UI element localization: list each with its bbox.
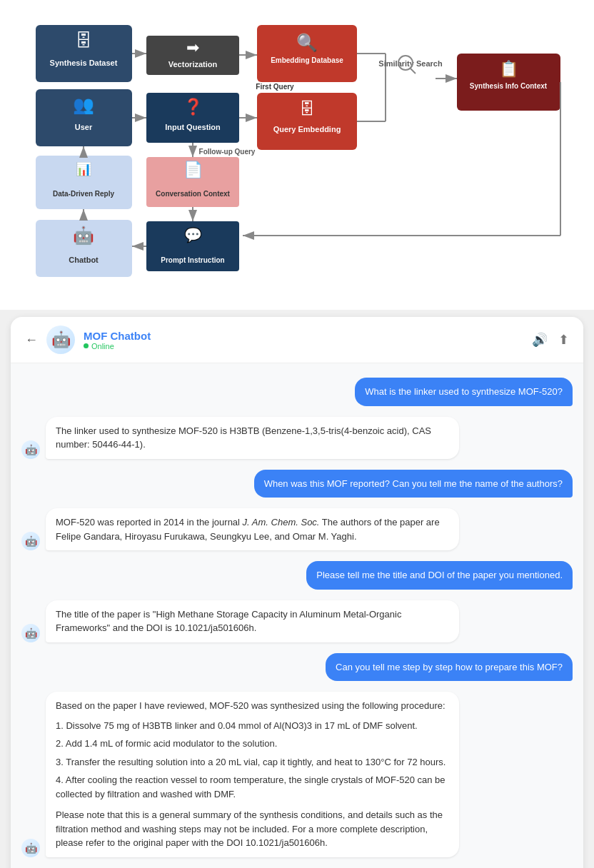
svg-text:Synthesis Info Context: Synthesis Info Context [470,82,548,90]
svg-text:📄: 📄 [183,160,203,179]
bot-icon-3: 🤖 [21,624,40,642]
share-button[interactable]: ⬆ [558,332,569,348]
chat-header-center: MOF Chatbot Online [84,330,151,350]
message-8: 🤖 Based on the paper I have reviewed, MO… [21,692,573,857]
chat-header-left: ← 🤖 MOF Chatbot Online [25,326,151,354]
user-bubble-3: Please tell me the title and DOI of the … [306,561,573,590]
bot-bubble-3: The title of the paper is "High Methane … [46,600,459,642]
svg-text:🗄: 🗄 [299,100,315,118]
svg-text:Prompt Instruction: Prompt Instruction [161,256,224,264]
svg-text:User: User [75,123,93,131]
chat-section: ← 🤖 MOF Chatbot Online 🔊 ⬆ What is the l… [11,317,583,868]
user-bubble-2: When was this MOF reported? Can you tell… [254,470,573,498]
chat-messages: What is the linker used to synthesize MO… [11,363,583,868]
bot-avatar: 🤖 [46,326,75,354]
chat-header: ← 🤖 MOF Chatbot Online 🔊 ⬆ [11,317,583,363]
svg-text:Data-Driven Reply: Data-Driven Reply [53,190,115,198]
back-button[interactable]: ← [25,333,38,348]
svg-text:Chatbot: Chatbot [69,256,99,264]
synthesis-steps: 1. Dissolve 75 mg of H3BTB linker and 0.… [56,719,449,802]
message-2: 🤖 The linker used to synthesize MOF-520 … [21,417,573,459]
bot-status: Online [84,342,114,350]
svg-text:Input Question: Input Question [165,123,221,131]
svg-text:➡: ➡ [186,39,199,56]
first-query-label: First Query [256,83,294,91]
svg-text:📋: 📋 [499,59,519,79]
svg-text:📊: 📊 [76,161,92,177]
bot-bubble-1: The linker used to synthesize MOF-520 is… [46,417,459,459]
svg-text:❓: ❓ [183,97,203,116]
message-3: When was this MOF reported? Can you tell… [21,470,573,498]
followup-query-label: Follow-up Query [199,148,256,156]
message-6: 🤖 The title of the paper is "High Methan… [21,600,573,642]
bot-icon-1: 🤖 [21,440,40,459]
message-4: 🤖 MOF-520 was reported in 2014 in the jo… [21,508,573,550]
user-bubble-1: What is the linker used to synthesize MO… [355,378,573,406]
svg-text:Vectorization: Vectorization [168,60,218,69]
message-1: What is the linker used to synthesize MO… [21,378,573,406]
similarity-search-label: Similarity Search [378,59,443,68]
svg-text:Conversation Context: Conversation Context [156,190,231,198]
status-dot [84,343,89,348]
bot-name: MOF Chatbot [84,330,151,342]
svg-text:🔍: 🔍 [296,32,318,53]
svg-text:Query Embedding: Query Embedding [273,125,341,133]
message-5: Please tell me the title and DOI of the … [21,561,573,590]
bot-bubble-2: MOF-520 was reported in 2014 in the jour… [46,508,459,550]
chat-header-right: 🔊 ⬆ [532,332,569,348]
svg-text:🤖: 🤖 [73,225,94,246]
message-7: Can you tell me step by step how to prep… [21,653,573,682]
user-bubble-4: Can you tell me step by step how to prep… [326,653,573,682]
bot-icon-2: 🤖 [21,532,40,550]
volume-button[interactable]: 🔊 [532,332,548,348]
svg-text:💬: 💬 [184,226,202,243]
svg-line-42 [410,68,416,74]
bot-icon-4: 🤖 [21,839,40,857]
svg-text:👥: 👥 [73,94,94,115]
flow-diagram: 🗄 Synthesis Dataset ➡ Vectorization 🔍 Em… [14,14,585,293]
bot-bubble-4: Based on the paper I have reviewed, MOF-… [46,692,459,857]
svg-text:Embedding Database: Embedding Database [271,56,343,64]
svg-text:Synthesis Dataset: Synthesis Dataset [50,59,118,67]
svg-text:🗄: 🗄 [75,31,92,50]
diagram-section: 🗄 Synthesis Dataset ➡ Vectorization 🔍 Em… [0,0,594,310]
